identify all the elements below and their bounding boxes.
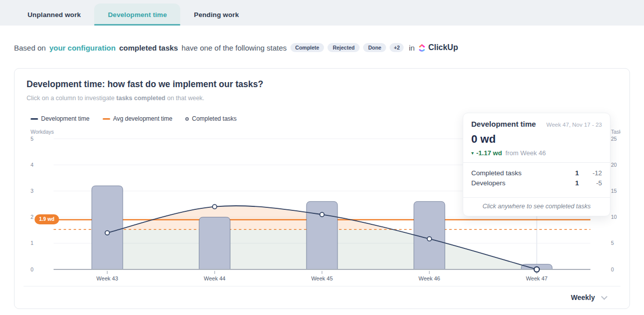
legend-avg-development-time: Avg development time — [103, 115, 173, 122]
marker-week-46 — [427, 237, 432, 241]
marker-week-45 — [320, 212, 325, 217]
description-bold: completed tasks — [119, 44, 178, 52]
tooltip-row-delta: -5 — [579, 179, 602, 187]
left-axis-tick: 4 — [31, 162, 34, 168]
state-badge-complete: Complete — [290, 43, 325, 53]
tooltip-delta-value: -1.17 wd — [476, 149, 502, 157]
bar-week-46[interactable] — [414, 201, 445, 269]
legend-line-swatch — [103, 118, 110, 120]
caret-down-icon: ▾ — [471, 150, 474, 156]
tooltip-row-label: Developers — [471, 179, 559, 187]
bar-week-45[interactable] — [306, 201, 338, 269]
x-label-week-44: Week 44 — [204, 275, 225, 281]
legend-line-swatch — [31, 118, 38, 120]
tooltip-row-value: 1 — [559, 179, 579, 187]
tooltip-delta-row: ▾ -1.17 wd from Week 46 — [471, 149, 602, 157]
tab-pending-work[interactable]: Pending work — [180, 4, 252, 26]
left-axis-tick: 1 — [31, 240, 34, 246]
chevron-down-icon — [601, 293, 607, 300]
x-label-week-46: Week 46 — [419, 275, 440, 281]
chart-tooltip: Development time Week 47, Nov 17 - 23 0 … — [463, 113, 610, 216]
marker-week-44 — [212, 204, 217, 209]
x-label-week-47: Week 47 — [526, 275, 547, 281]
tooltip-footer-hint: Click anywhere to see completed tasks — [471, 198, 602, 216]
chart-legend: Development time Avg development time Co… — [31, 115, 237, 122]
bar-week-43[interactable] — [92, 186, 123, 269]
card-subtitle: Click on a column to investigate tasks c… — [27, 95, 204, 102]
right-axis-tick: 10 — [611, 214, 617, 220]
configuration-link[interactable]: your configuration — [49, 44, 116, 52]
right-axis-tick: 0 — [611, 266, 614, 272]
description-row: Based on your configuration completed ta… — [14, 41, 458, 54]
bar-week-44[interactable] — [199, 217, 230, 269]
legend-development-time: Development time — [31, 115, 90, 122]
x-label-week-43: Week 43 — [97, 275, 118, 281]
interval-select[interactable]: Weekly — [571, 290, 605, 305]
marker-week-43 — [105, 231, 110, 235]
clickup-logo-icon — [418, 44, 426, 52]
clickup-label: ClickUp — [428, 43, 458, 52]
legend-marker-swatch — [185, 117, 189, 121]
description-prefix: Based on — [14, 44, 46, 52]
clickup-brand: ClickUp — [418, 43, 458, 52]
marker-week-47 — [534, 267, 539, 272]
development-time-card: Development time: how fast do we impleme… — [14, 68, 630, 309]
avg-line-badge: 1.9 wd — [35, 214, 59, 224]
interval-label: Weekly — [571, 293, 595, 301]
tooltip-row-label: Completed tasks — [471, 169, 559, 177]
tooltip-title: Development time — [471, 120, 536, 128]
tooltip-row-developers: Developers 1 -5 — [471, 178, 602, 188]
legend-label: Development time — [41, 115, 90, 122]
left-axis-tick: 5 — [31, 136, 34, 142]
left-axis-tick: 2 — [31, 214, 34, 220]
state-badge-done: Done — [363, 43, 386, 53]
legend-label: Completed tasks — [192, 115, 236, 122]
tooltip-value: 0 wd — [471, 133, 602, 146]
right-axis-title: Tasks — [611, 129, 620, 135]
left-axis-tick: 3 — [31, 188, 34, 194]
legend-label: Avg development time — [113, 115, 173, 122]
right-axis-tick: 25 — [611, 136, 617, 142]
tooltip-row-value: 1 — [559, 169, 579, 177]
description-suffix: have one of the following states — [181, 44, 286, 52]
right-axis-tick: 20 — [611, 162, 617, 168]
description-connector: in — [409, 44, 415, 52]
legend-completed-tasks: Completed tasks — [185, 115, 236, 122]
tooltip-delta-suffix: from Week 46 — [505, 149, 546, 157]
tooltip-row-completed-tasks: Completed tasks 1 -12 — [471, 168, 602, 178]
left-axis-tick: 0 — [31, 266, 34, 272]
tab-development-time[interactable]: Development time — [94, 4, 180, 26]
subtitle-prefix: Click on a column to investigate — [27, 95, 115, 102]
x-label-week-45: Week 45 — [311, 275, 333, 281]
tooltip-period: Week 47, Nov 17 - 23 — [546, 122, 602, 128]
subtitle-suffix: on that week. — [167, 95, 204, 102]
right-axis-tick: 15 — [611, 188, 617, 194]
card-title: Development time: how fast do we impleme… — [27, 79, 263, 90]
tab-unplanned-work[interactable]: Unplanned work — [14, 4, 94, 26]
state-badge-more[interactable]: +2 — [390, 43, 404, 53]
state-badge-rejected: Rejected — [328, 43, 360, 53]
card-footer-divider — [24, 286, 620, 286]
tab-bar: Unplanned work Development time Pending … — [0, 0, 644, 26]
right-axis-tick: 5 — [611, 240, 614, 246]
subtitle-bold: tasks completed — [116, 95, 165, 102]
tooltip-row-delta: -12 — [579, 169, 602, 177]
left-axis-title: Workdays — [31, 129, 54, 135]
